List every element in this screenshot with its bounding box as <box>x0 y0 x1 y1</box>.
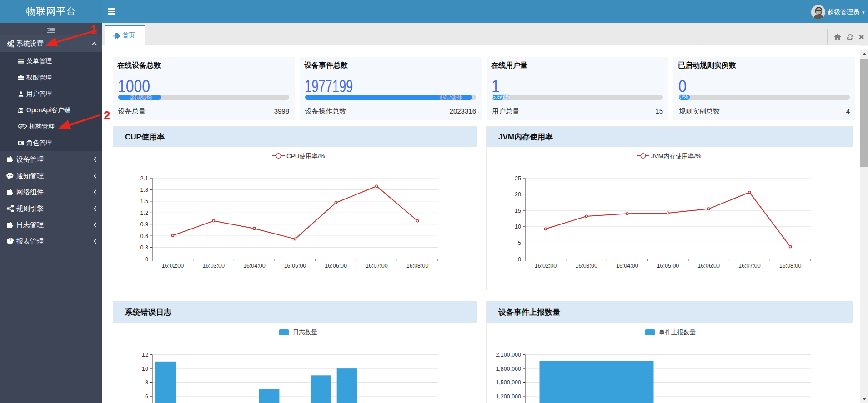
svg-text:2,100,000: 2,100,000 <box>496 352 521 358</box>
svg-text:16:08:00: 16:08:00 <box>406 263 429 269</box>
svg-text:0.6: 0.6 <box>140 233 148 239</box>
svg-text:0.9: 0.9 <box>140 221 148 228</box>
svg-text:1,200,000: 1,200,000 <box>496 393 521 400</box>
svg-text:事件上报数量: 事件上报数量 <box>659 329 696 336</box>
svg-text:16:06:00: 16:06:00 <box>325 263 347 269</box>
svg-text:1,800,000: 1,800,000 <box>496 366 521 372</box>
svg-text:16:04:00: 16:04:00 <box>616 263 638 269</box>
svg-text:10: 10 <box>515 224 521 230</box>
svg-text:16:05:00: 16:05:00 <box>657 263 679 269</box>
svg-text:JVM内存使用率/%: JVM内存使用率/% <box>651 153 701 159</box>
svg-text:20: 20 <box>515 191 521 198</box>
svg-text:日志数量: 日志数量 <box>293 329 317 336</box>
svg-text:16:02:00: 16:02:00 <box>535 263 557 269</box>
svg-text:1.2: 1.2 <box>140 210 148 216</box>
svg-text:10: 10 <box>142 366 148 372</box>
svg-text:6: 6 <box>145 393 148 400</box>
svg-text:16:07:00: 16:07:00 <box>366 263 388 269</box>
svg-text:0: 0 <box>518 256 521 263</box>
svg-text:15: 15 <box>515 208 521 214</box>
svg-text:2.1: 2.1 <box>140 175 148 182</box>
svg-text:1.8: 1.8 <box>140 187 148 193</box>
svg-text:16:04:00: 16:04:00 <box>243 263 266 269</box>
svg-text:1,500,000: 1,500,000 <box>496 379 521 386</box>
svg-text:16:02:00: 16:02:00 <box>162 263 184 269</box>
svg-text:0.3: 0.3 <box>140 244 148 251</box>
svg-text:16:06:00: 16:06:00 <box>697 263 720 269</box>
svg-text:CPU使用率/%: CPU使用率/% <box>286 153 325 159</box>
svg-text:1.5: 1.5 <box>140 198 148 204</box>
svg-text:0: 0 <box>145 256 148 263</box>
svg-text:12: 12 <box>142 352 148 358</box>
svg-text:8: 8 <box>145 379 148 386</box>
svg-text:16:08:00: 16:08:00 <box>779 263 802 269</box>
svg-text:16:07:00: 16:07:00 <box>738 263 761 269</box>
svg-text:16:03:00: 16:03:00 <box>575 263 597 269</box>
svg-text:25: 25 <box>515 175 521 182</box>
svg-text:16:03:00: 16:03:00 <box>202 263 225 269</box>
svg-text:16:05:00: 16:05:00 <box>284 263 306 269</box>
svg-text:5: 5 <box>518 240 521 246</box>
